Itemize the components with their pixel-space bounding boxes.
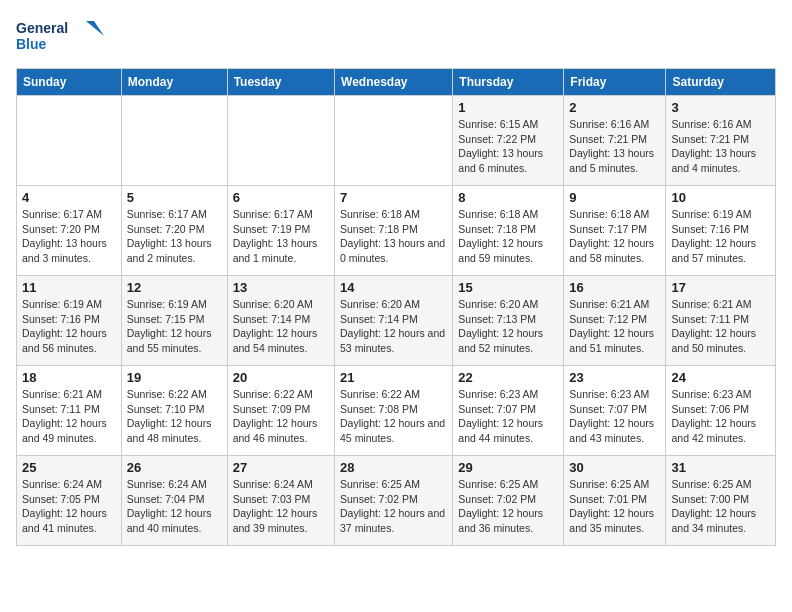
weekday-header-monday: Monday xyxy=(121,69,227,96)
day-number: 18 xyxy=(22,370,116,385)
day-number: 24 xyxy=(671,370,770,385)
day-number: 21 xyxy=(340,370,447,385)
calendar-cell: 8Sunrise: 6:18 AMSunset: 7:18 PMDaylight… xyxy=(453,186,564,276)
day-detail: Sunrise: 6:20 AMSunset: 7:14 PMDaylight:… xyxy=(340,297,447,356)
calendar-cell: 21Sunrise: 6:22 AMSunset: 7:08 PMDayligh… xyxy=(335,366,453,456)
week-row-5: 25Sunrise: 6:24 AMSunset: 7:05 PMDayligh… xyxy=(17,456,776,546)
day-number: 17 xyxy=(671,280,770,295)
calendar-cell: 19Sunrise: 6:22 AMSunset: 7:10 PMDayligh… xyxy=(121,366,227,456)
day-detail: Sunrise: 6:24 AMSunset: 7:05 PMDaylight:… xyxy=(22,477,116,536)
day-number: 11 xyxy=(22,280,116,295)
calendar-cell: 22Sunrise: 6:23 AMSunset: 7:07 PMDayligh… xyxy=(453,366,564,456)
day-number: 29 xyxy=(458,460,558,475)
calendar-cell: 7Sunrise: 6:18 AMSunset: 7:18 PMDaylight… xyxy=(335,186,453,276)
calendar-cell: 11Sunrise: 6:19 AMSunset: 7:16 PMDayligh… xyxy=(17,276,122,366)
day-number: 28 xyxy=(340,460,447,475)
day-detail: Sunrise: 6:17 AMSunset: 7:20 PMDaylight:… xyxy=(22,207,116,266)
day-detail: Sunrise: 6:17 AMSunset: 7:20 PMDaylight:… xyxy=(127,207,222,266)
weekday-header-saturday: Saturday xyxy=(666,69,776,96)
calendar-cell: 13Sunrise: 6:20 AMSunset: 7:14 PMDayligh… xyxy=(227,276,334,366)
calendar-cell: 1Sunrise: 6:15 AMSunset: 7:22 PMDaylight… xyxy=(453,96,564,186)
day-detail: Sunrise: 6:22 AMSunset: 7:09 PMDaylight:… xyxy=(233,387,329,446)
day-number: 20 xyxy=(233,370,329,385)
day-detail: Sunrise: 6:25 AMSunset: 7:00 PMDaylight:… xyxy=(671,477,770,536)
day-detail: Sunrise: 6:21 AMSunset: 7:11 PMDaylight:… xyxy=(671,297,770,356)
svg-marker-2 xyxy=(86,21,104,36)
calendar-cell: 25Sunrise: 6:24 AMSunset: 7:05 PMDayligh… xyxy=(17,456,122,546)
day-number: 25 xyxy=(22,460,116,475)
svg-text:General: General xyxy=(16,20,68,36)
week-row-1: 1Sunrise: 6:15 AMSunset: 7:22 PMDaylight… xyxy=(17,96,776,186)
calendar-cell: 12Sunrise: 6:19 AMSunset: 7:15 PMDayligh… xyxy=(121,276,227,366)
weekday-header-tuesday: Tuesday xyxy=(227,69,334,96)
day-number: 26 xyxy=(127,460,222,475)
day-number: 22 xyxy=(458,370,558,385)
day-detail: Sunrise: 6:19 AMSunset: 7:16 PMDaylight:… xyxy=(671,207,770,266)
day-detail: Sunrise: 6:19 AMSunset: 7:16 PMDaylight:… xyxy=(22,297,116,356)
calendar-cell: 16Sunrise: 6:21 AMSunset: 7:12 PMDayligh… xyxy=(564,276,666,366)
day-detail: Sunrise: 6:23 AMSunset: 7:07 PMDaylight:… xyxy=(569,387,660,446)
day-number: 6 xyxy=(233,190,329,205)
week-row-2: 4Sunrise: 6:17 AMSunset: 7:20 PMDaylight… xyxy=(17,186,776,276)
page-header: GeneralBlue xyxy=(16,16,776,56)
calendar-cell: 15Sunrise: 6:20 AMSunset: 7:13 PMDayligh… xyxy=(453,276,564,366)
calendar-table: SundayMondayTuesdayWednesdayThursdayFrid… xyxy=(16,68,776,546)
day-number: 10 xyxy=(671,190,770,205)
day-number: 19 xyxy=(127,370,222,385)
day-number: 14 xyxy=(340,280,447,295)
calendar-cell: 14Sunrise: 6:20 AMSunset: 7:14 PMDayligh… xyxy=(335,276,453,366)
logo-svg: GeneralBlue xyxy=(16,16,106,56)
day-number: 3 xyxy=(671,100,770,115)
calendar-cell: 24Sunrise: 6:23 AMSunset: 7:06 PMDayligh… xyxy=(666,366,776,456)
week-row-3: 11Sunrise: 6:19 AMSunset: 7:16 PMDayligh… xyxy=(17,276,776,366)
weekday-header-wednesday: Wednesday xyxy=(335,69,453,96)
day-detail: Sunrise: 6:20 AMSunset: 7:13 PMDaylight:… xyxy=(458,297,558,356)
day-number: 12 xyxy=(127,280,222,295)
svg-text:Blue: Blue xyxy=(16,36,47,52)
day-number: 16 xyxy=(569,280,660,295)
day-detail: Sunrise: 6:23 AMSunset: 7:07 PMDaylight:… xyxy=(458,387,558,446)
day-detail: Sunrise: 6:18 AMSunset: 7:17 PMDaylight:… xyxy=(569,207,660,266)
calendar-body: 1Sunrise: 6:15 AMSunset: 7:22 PMDaylight… xyxy=(17,96,776,546)
day-detail: Sunrise: 6:16 AMSunset: 7:21 PMDaylight:… xyxy=(671,117,770,176)
calendar-cell: 2Sunrise: 6:16 AMSunset: 7:21 PMDaylight… xyxy=(564,96,666,186)
day-detail: Sunrise: 6:22 AMSunset: 7:10 PMDaylight:… xyxy=(127,387,222,446)
day-detail: Sunrise: 6:18 AMSunset: 7:18 PMDaylight:… xyxy=(458,207,558,266)
day-number: 15 xyxy=(458,280,558,295)
calendar-cell: 10Sunrise: 6:19 AMSunset: 7:16 PMDayligh… xyxy=(666,186,776,276)
day-number: 13 xyxy=(233,280,329,295)
logo: GeneralBlue xyxy=(16,16,106,56)
day-detail: Sunrise: 6:22 AMSunset: 7:08 PMDaylight:… xyxy=(340,387,447,446)
day-number: 8 xyxy=(458,190,558,205)
day-detail: Sunrise: 6:20 AMSunset: 7:14 PMDaylight:… xyxy=(233,297,329,356)
calendar-cell xyxy=(227,96,334,186)
calendar-cell: 18Sunrise: 6:21 AMSunset: 7:11 PMDayligh… xyxy=(17,366,122,456)
day-detail: Sunrise: 6:23 AMSunset: 7:06 PMDaylight:… xyxy=(671,387,770,446)
day-number: 7 xyxy=(340,190,447,205)
calendar-cell: 31Sunrise: 6:25 AMSunset: 7:00 PMDayligh… xyxy=(666,456,776,546)
calendar-cell: 3Sunrise: 6:16 AMSunset: 7:21 PMDaylight… xyxy=(666,96,776,186)
weekday-header-thursday: Thursday xyxy=(453,69,564,96)
calendar-cell: 4Sunrise: 6:17 AMSunset: 7:20 PMDaylight… xyxy=(17,186,122,276)
day-detail: Sunrise: 6:21 AMSunset: 7:11 PMDaylight:… xyxy=(22,387,116,446)
day-number: 1 xyxy=(458,100,558,115)
day-detail: Sunrise: 6:24 AMSunset: 7:04 PMDaylight:… xyxy=(127,477,222,536)
day-detail: Sunrise: 6:17 AMSunset: 7:19 PMDaylight:… xyxy=(233,207,329,266)
calendar-cell: 29Sunrise: 6:25 AMSunset: 7:02 PMDayligh… xyxy=(453,456,564,546)
calendar-cell xyxy=(17,96,122,186)
calendar-cell xyxy=(335,96,453,186)
day-detail: Sunrise: 6:15 AMSunset: 7:22 PMDaylight:… xyxy=(458,117,558,176)
day-detail: Sunrise: 6:25 AMSunset: 7:01 PMDaylight:… xyxy=(569,477,660,536)
day-number: 23 xyxy=(569,370,660,385)
day-detail: Sunrise: 6:25 AMSunset: 7:02 PMDaylight:… xyxy=(458,477,558,536)
calendar-cell: 6Sunrise: 6:17 AMSunset: 7:19 PMDaylight… xyxy=(227,186,334,276)
day-number: 5 xyxy=(127,190,222,205)
day-number: 4 xyxy=(22,190,116,205)
day-detail: Sunrise: 6:25 AMSunset: 7:02 PMDaylight:… xyxy=(340,477,447,536)
day-number: 31 xyxy=(671,460,770,475)
day-detail: Sunrise: 6:21 AMSunset: 7:12 PMDaylight:… xyxy=(569,297,660,356)
day-number: 2 xyxy=(569,100,660,115)
weekday-header-friday: Friday xyxy=(564,69,666,96)
day-number: 9 xyxy=(569,190,660,205)
calendar-cell: 28Sunrise: 6:25 AMSunset: 7:02 PMDayligh… xyxy=(335,456,453,546)
